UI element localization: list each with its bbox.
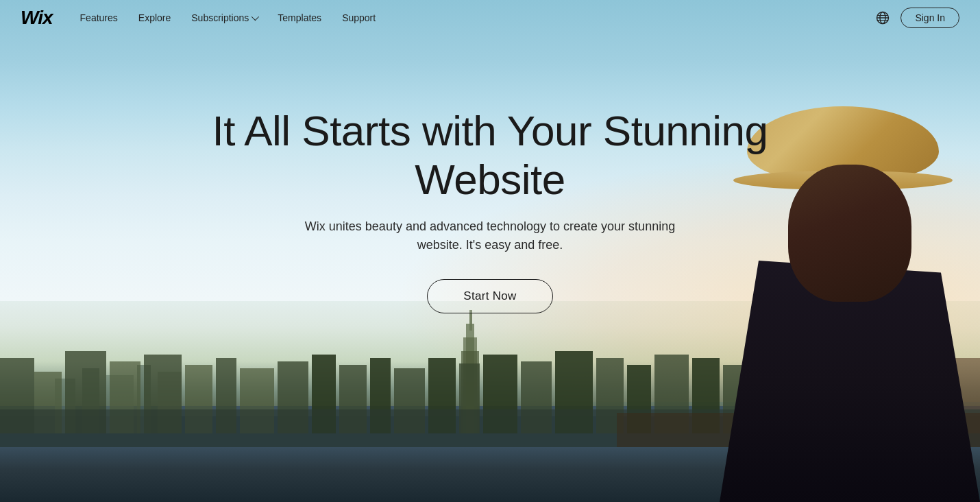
nav-link-features[interactable]: Features — [80, 12, 118, 23]
sign-in-button[interactable]: Sign In — [901, 8, 959, 28]
nav-link-subscriptions[interactable]: Subscriptions — [191, 12, 257, 23]
navbar: Wix Features Explore Subscriptions Templ… — [0, 0, 980, 36]
globe-icon[interactable] — [876, 11, 890, 25]
start-now-button[interactable]: Start Now — [427, 279, 552, 313]
nav-links: Features Explore Subscriptions Templates… — [80, 12, 877, 23]
hero-content: It All Starts with Your Stunning Website… — [0, 0, 980, 461]
wix-logo[interactable]: Wix — [21, 7, 53, 29]
nav-link-templates[interactable]: Templates — [278, 12, 321, 23]
nav-link-explore[interactable]: Explore — [138, 12, 171, 23]
hero-title: It All Starts with Your Stunning Website — [182, 106, 798, 204]
hero-subtitle: Wix unites beauty and advanced technolog… — [284, 217, 696, 254]
nav-right: Sign In — [876, 8, 959, 28]
chevron-down-icon — [252, 13, 259, 21]
nav-link-support[interactable]: Support — [342, 12, 376, 23]
